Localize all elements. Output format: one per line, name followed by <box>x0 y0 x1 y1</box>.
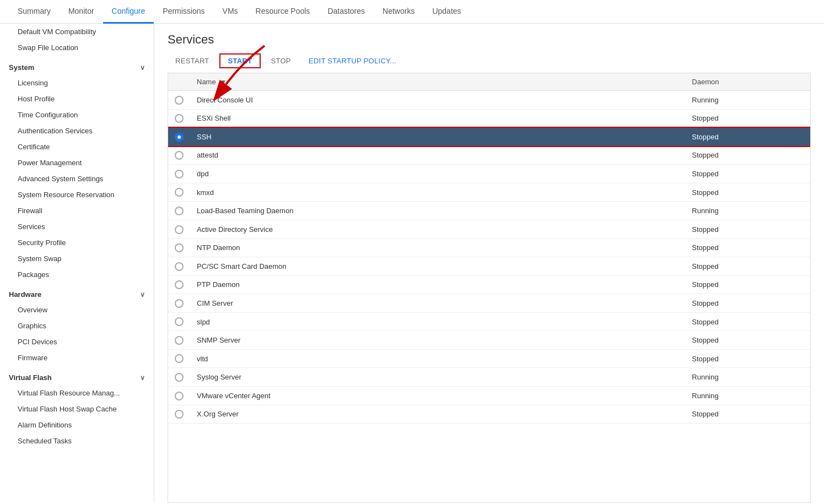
radio-cell[interactable] <box>168 128 190 147</box>
table-row[interactable]: attestdStopped <box>168 146 810 165</box>
radio-cell[interactable] <box>168 146 190 165</box>
sidebar-item-system-swap[interactable]: System Swap <box>0 251 154 267</box>
radio-cell[interactable] <box>168 202 190 220</box>
service-name: X.Org Server <box>190 405 685 424</box>
radio-icon[interactable] <box>175 114 184 123</box>
radio-icon[interactable] <box>175 96 184 105</box>
radio-cell[interactable] <box>168 91 190 110</box>
sidebar-item-virtual-flash-host-swap-cache[interactable]: Virtual Flash Host Swap Cache <box>0 401 154 417</box>
sidebar-item-firmware[interactable]: Firmware <box>0 350 154 366</box>
sidebar-item-swap-file-location[interactable]: Swap File Location <box>0 40 154 56</box>
sidebar-item-host-profile[interactable]: Host Profile <box>0 91 154 107</box>
table-row[interactable]: slpdStopped <box>168 312 810 331</box>
sidebar-item-graphics[interactable]: Graphics <box>0 318 154 334</box>
sidebar-item-overview[interactable]: Overview <box>0 302 154 318</box>
radio-icon[interactable] <box>175 225 184 234</box>
radio-icon[interactable] <box>175 392 184 400</box>
nav-item-datastores[interactable]: Datastores <box>319 0 374 24</box>
start-button[interactable]: START <box>219 53 261 68</box>
table-row[interactable]: SNMP ServerStopped <box>168 331 810 350</box>
radio-icon[interactable] <box>175 243 184 252</box>
radio-icon[interactable] <box>175 354 184 363</box>
nav-item-permissions[interactable]: Permissions <box>154 0 213 24</box>
table-row[interactable]: kmxdStopped <box>168 183 810 202</box>
sidebar-item-certificate[interactable]: Certificate <box>0 139 154 155</box>
radio-icon[interactable] <box>175 336 184 345</box>
radio-icon[interactable] <box>175 373 184 382</box>
table-row[interactable]: vltdStopped <box>168 349 810 368</box>
table-row[interactable]: PTP DaemonStopped <box>168 275 810 294</box>
table-row[interactable]: ESXi ShellStopped <box>168 109 810 128</box>
table-row[interactable]: SSHStopped <box>168 128 810 147</box>
radio-icon[interactable] <box>175 151 184 160</box>
table-row[interactable]: X.Org ServerStopped <box>168 405 810 424</box>
edit-startup-policy-button[interactable]: EDIT STARTUP POLICY... <box>301 55 404 67</box>
table-row[interactable]: VMware vCenter AgentRunning <box>168 387 810 405</box>
col-daemon: Daemon <box>685 73 810 91</box>
nav-item-monitor[interactable]: Monitor <box>60 0 103 24</box>
radio-icon[interactable] <box>175 410 184 419</box>
restart-button[interactable]: RESTART <box>168 55 217 67</box>
sidebar: Default VM CompatibilitySwap File Locati… <box>0 24 154 503</box>
radio-cell[interactable] <box>168 220 190 239</box>
radio-icon[interactable] <box>175 207 184 215</box>
radio-cell[interactable] <box>168 405 190 424</box>
sidebar-item-advanced-system-settings[interactable]: Advanced System Settings <box>0 171 154 187</box>
radio-cell[interactable] <box>168 165 190 183</box>
radio-cell[interactable] <box>168 368 190 387</box>
chevron-icon: ∨ <box>140 291 145 299</box>
radio-cell[interactable] <box>168 183 190 202</box>
sidebar-item-scheduled-tasks[interactable]: Scheduled Tasks <box>0 433 154 449</box>
sidebar-item-default-vm-compatibility[interactable]: Default VM Compatibility <box>0 24 154 40</box>
nav-item-updates[interactable]: Updates <box>423 0 470 24</box>
table-row[interactable]: Direct Console UIRunning <box>168 91 810 110</box>
sidebar-item-virtual-flash-resource-manag-[interactable]: Virtual Flash Resource Manag... <box>0 385 154 401</box>
sidebar-section-hardware[interactable]: Hardware∨ <box>0 285 154 302</box>
sidebar-item-pci-devices[interactable]: PCI Devices <box>0 334 154 350</box>
radio-icon[interactable] <box>175 188 184 197</box>
sidebar-item-packages[interactable]: Packages <box>0 267 154 283</box>
table-row[interactable]: Active Directory ServiceStopped <box>168 220 810 239</box>
radio-cell[interactable] <box>168 387 190 405</box>
service-daemon-status: Stopped <box>685 165 810 183</box>
nav-item-configure[interactable]: Configure <box>103 0 154 24</box>
radio-icon[interactable] <box>175 170 184 178</box>
radio-cell[interactable] <box>168 257 190 276</box>
selected-radio-icon[interactable] <box>175 133 184 142</box>
sidebar-item-alarm-definitions[interactable]: Alarm Definitions <box>0 417 154 433</box>
sidebar-section-virtual flash[interactable]: Virtual Flash∨ <box>0 368 154 385</box>
table-row[interactable]: Load-Based Teaming DaemonRunning <box>168 202 810 220</box>
nav-item-networks[interactable]: Networks <box>374 0 423 24</box>
radio-cell[interactable] <box>168 109 190 128</box>
table-row[interactable]: Syslog ServerRunning <box>168 368 810 387</box>
sidebar-item-power-management[interactable]: Power Management <box>0 155 154 171</box>
sidebar-item-licensing[interactable]: Licensing <box>0 75 154 91</box>
table-row[interactable]: CIM ServerStopped <box>168 294 810 313</box>
table-row[interactable]: NTP DaemonStopped <box>168 239 810 257</box>
sidebar-item-authentication-services[interactable]: Authentication Services <box>0 123 154 139</box>
radio-icon[interactable] <box>175 317 184 326</box>
radio-icon[interactable] <box>175 299 184 308</box>
sidebar-item-firewall[interactable]: Firewall <box>0 203 154 219</box>
sidebar-item-system-resource-reservation[interactable]: System Resource Reservation <box>0 187 154 203</box>
radio-cell[interactable] <box>168 349 190 368</box>
radio-cell[interactable] <box>168 331 190 350</box>
radio-cell[interactable] <box>168 239 190 257</box>
radio-icon[interactable] <box>175 280 184 289</box>
nav-item-summary[interactable]: Summary <box>9 0 60 24</box>
radio-icon[interactable] <box>175 262 184 271</box>
filter-icon[interactable]: ▼ <box>220 78 227 86</box>
nav-item-resource-pools[interactable]: Resource Pools <box>247 0 319 24</box>
sidebar-item-services[interactable]: Services <box>0 219 154 235</box>
radio-cell[interactable] <box>168 312 190 331</box>
nav-item-vms[interactable]: VMs <box>214 0 247 24</box>
service-daemon-status: Running <box>685 368 810 387</box>
stop-button[interactable]: STOP <box>263 55 298 67</box>
table-row[interactable]: dpdStopped <box>168 165 810 183</box>
sidebar-section-system[interactable]: System∨ <box>0 58 154 75</box>
sidebar-item-time-configuration[interactable]: Time Configuration <box>0 107 154 123</box>
table-row[interactable]: PC/SC Smart Card DaemonStopped <box>168 257 810 276</box>
sidebar-item-security-profile[interactable]: Security Profile <box>0 235 154 251</box>
radio-cell[interactable] <box>168 275 190 294</box>
radio-cell[interactable] <box>168 294 190 313</box>
